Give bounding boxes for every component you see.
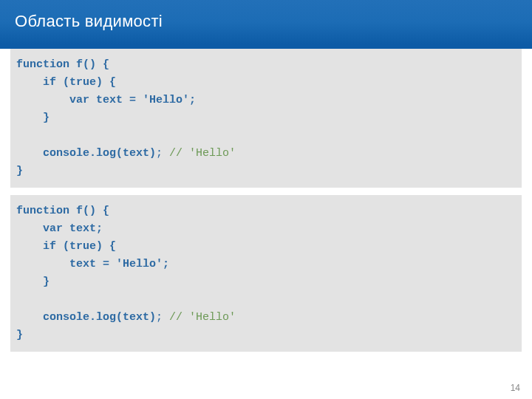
code-line: var text;: [16, 222, 103, 235]
code-comment: // 'Hello': [169, 311, 236, 324]
code-line: }: [16, 165, 23, 177]
code-line: function f() {: [16, 205, 109, 217]
code-text: ;: [156, 147, 169, 160]
code-line: }: [16, 112, 50, 124]
code-line: if (true) {: [16, 240, 116, 253]
code-block-1: function f() { if (true) { var text = 'H…: [10, 49, 522, 188]
code-comment: // 'Hello': [169, 147, 236, 160]
code-block-2: function f() { var text; if (true) { tex…: [10, 195, 522, 352]
code-line: function f() {: [16, 58, 109, 71]
page-number: 14: [511, 383, 520, 393]
slide-content: function f() { if (true) { var text = 'H…: [0, 44, 532, 352]
slide-header: Область видимості: [0, 0, 532, 44]
slide-title: Область видимості: [15, 12, 517, 31]
code-text: ;: [156, 311, 169, 324]
code-line: var text = 'Hello';: [16, 94, 196, 106]
code-line: console.log(text): [16, 147, 156, 160]
code-line: console.log(text): [16, 311, 156, 324]
code-line: }: [16, 329, 23, 341]
code-line: text = 'Hello';: [16, 258, 169, 270]
code-line: if (true) {: [16, 76, 116, 89]
code-line: }: [16, 276, 50, 288]
